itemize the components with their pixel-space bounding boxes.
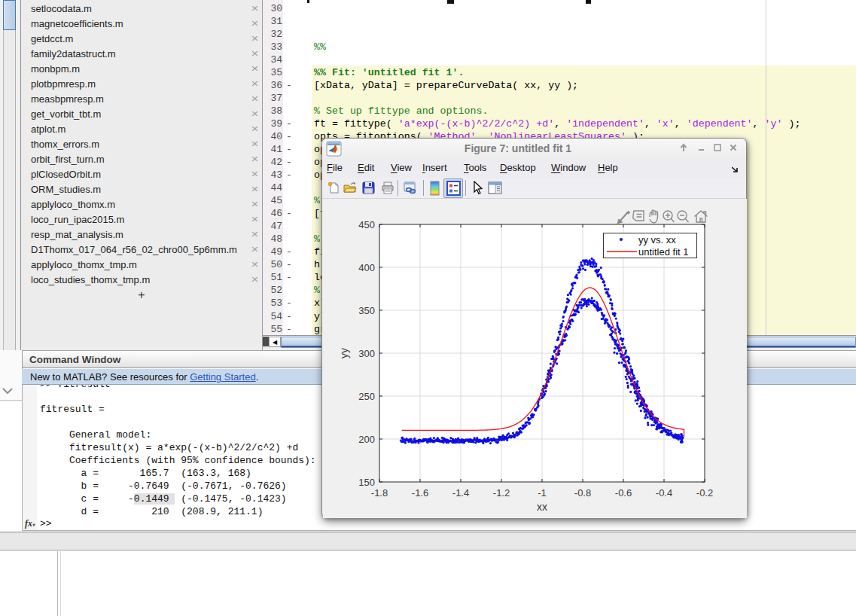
svg-text:350: 350 bbox=[358, 305, 375, 316]
svg-text:-1.8: -1.8 bbox=[371, 487, 388, 499]
svg-text:-0.4: -0.4 bbox=[656, 487, 672, 499]
svg-text:-1.4: -1.4 bbox=[452, 487, 469, 499]
svg-text:300: 300 bbox=[358, 348, 375, 359]
svg-text:-1: -1 bbox=[538, 487, 547, 499]
svg-text:yy: yy bbox=[338, 348, 350, 358]
svg-text:450: 450 bbox=[358, 219, 375, 230]
svg-text:-1.2: -1.2 bbox=[493, 487, 510, 499]
svg-text:150: 150 bbox=[358, 477, 375, 488]
svg-text:-0.2: -0.2 bbox=[696, 487, 713, 499]
svg-text:250: 250 bbox=[358, 391, 375, 402]
svg-text:xx: xx bbox=[537, 501, 547, 513]
svg-text:-1.6: -1.6 bbox=[412, 487, 428, 499]
svg-text:-0.8: -0.8 bbox=[574, 487, 591, 499]
svg-text:-0.6: -0.6 bbox=[615, 487, 632, 499]
svg-text:yy vs. xx: yy vs. xx bbox=[638, 234, 676, 245]
svg-text:400: 400 bbox=[358, 262, 375, 273]
svg-text:200: 200 bbox=[358, 434, 375, 445]
svg-text:untitled fit 1: untitled fit 1 bbox=[638, 246, 689, 258]
